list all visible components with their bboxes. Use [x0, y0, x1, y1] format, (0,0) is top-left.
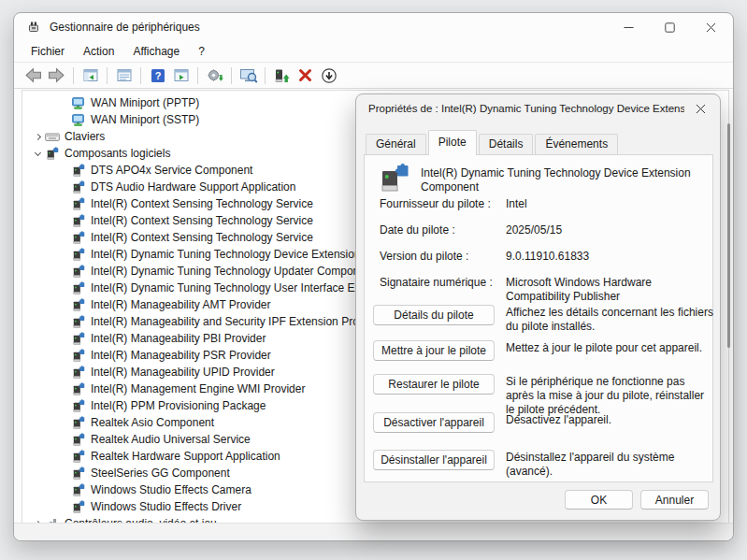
dialog-titlebar: Propriétés de : Intel(R) Dynamic Tuning …: [356, 94, 720, 122]
menu-item[interactable]: ?: [189, 42, 214, 61]
expander-slot: [30, 499, 45, 514]
help-icon: ?: [150, 67, 166, 84]
software-component-icon: [71, 399, 86, 413]
device-manager-icon: [26, 20, 41, 35]
disable-device-button[interactable]: Désactiver l'appareil: [373, 412, 495, 433]
tree-item-label: Intel(R) Manageability AMT Provider: [91, 298, 271, 311]
tree-item-label: Realtek Asio Component: [91, 416, 214, 429]
expand-chevron-icon[interactable]: [34, 133, 40, 139]
export-list-button[interactable]: [170, 65, 192, 86]
expander-slot: [30, 196, 45, 211]
expander-slot: [30, 247, 45, 262]
menu-item[interactable]: Action: [74, 42, 123, 61]
field-value: Intel: [506, 197, 710, 223]
tree-item-label: Claviers: [65, 130, 105, 143]
software-component-icon: [71, 382, 86, 396]
driver-software-button[interactable]: [271, 65, 293, 86]
tree-item-label: Intel(R) Context Sensing Technology Serv…: [91, 214, 313, 227]
expander-slot: [30, 466, 45, 481]
close-button[interactable]: [690, 13, 731, 41]
driver-field: Signataire numérique :Microsoft Windows …: [380, 276, 710, 302]
console-tree-button[interactable]: [79, 65, 101, 86]
expander-slot: [30, 213, 45, 228]
field-label: Version du pilote :: [380, 250, 506, 276]
field-label: Date du pilote :: [380, 223, 506, 250]
disable-icon: [321, 67, 338, 84]
dialog-tabs: GénéralPiloteDétailsÉvénements: [366, 129, 620, 154]
device-header: Intel(R) Dynamic Tuning Technology Devic…: [378, 164, 707, 195]
scan-hardware-changes-button[interactable]: [237, 65, 259, 86]
tab-pilote[interactable]: Pilote: [428, 130, 477, 155]
toolbar-separator: [231, 67, 232, 84]
network-adapter-icon: [71, 96, 86, 110]
field-value: Microsoft Windows Hardware Compatibility…: [506, 276, 710, 302]
update-driver-button[interactable]: Mettre à jour le pilote: [373, 340, 495, 361]
field-value: 9.0.11910.61833: [506, 250, 710, 276]
close-icon: [706, 22, 716, 33]
toolbar-separator: [197, 67, 198, 84]
driver-details-button[interactable]: Détails du pilote: [373, 305, 495, 325]
expander-slot: [30, 331, 45, 346]
expander-slot: [30, 449, 45, 464]
tree-item-label: Windows Studio Effects Driver: [91, 500, 241, 513]
disable-button[interactable]: [318, 65, 339, 86]
tree-scrollbar-thumb[interactable]: [727, 123, 730, 348]
expander-slot: [30, 381, 45, 396]
tree-item-label: Realtek Audio Universal Service: [91, 433, 251, 446]
uninstall-device-button[interactable]: Désinstaller l'appareil: [373, 450, 495, 470]
tab-general[interactable]: Général: [366, 134, 426, 154]
action-description: Affichez les détails concernant les fich…: [506, 306, 713, 334]
driver-field: Date du pilote :2025/05/15: [380, 223, 710, 250]
tree-item-label: Composants logiciels: [65, 147, 170, 160]
field-label: Fournisseur du pilote :: [380, 197, 506, 223]
tree-item-label: Intel(R) Management Engine WMI Provider: [91, 382, 305, 395]
software-component-icon: [71, 281, 86, 295]
software-component-icon: [71, 416, 86, 430]
maximize-button[interactable]: [649, 13, 690, 41]
ok-button[interactable]: OK: [565, 490, 633, 510]
back-button[interactable]: [22, 65, 44, 86]
menu-item[interactable]: Affichage: [123, 42, 189, 61]
action-description: Mettez à jour le pilote pour cet apparei…: [506, 341, 713, 355]
minimize-button[interactable]: [608, 13, 649, 41]
menu-bar: FichierActionAffichage?: [14, 41, 733, 63]
tree-item-label: Intel(R) Manageability PBI Provider: [91, 332, 266, 345]
dialog-close-button[interactable]: [684, 96, 716, 121]
action-description: Désinstallez l'appareil du système (avan…: [506, 451, 713, 479]
svg-text:?: ?: [154, 70, 161, 81]
window-controls: [608, 13, 731, 41]
tab-evenements[interactable]: Événements: [535, 134, 618, 154]
properties-button[interactable]: [113, 65, 135, 86]
cancel-button[interactable]: Annuler: [640, 490, 709, 510]
expander-slot: [30, 415, 45, 430]
tree-item-label: Intel(R) Dynamic Tuning Technology User …: [91, 281, 396, 294]
uninstall-button[interactable]: [294, 65, 316, 86]
tree-item-label: Intel(R) Manageability PSR Provider: [91, 349, 271, 362]
tree-item-label: DTS Audio Hardware Support Application: [91, 180, 295, 194]
expander-slot: [30, 179, 45, 194]
toolbar: ?: [14, 63, 733, 89]
software-component-icon: [71, 197, 86, 211]
update-driver-button[interactable]: [204, 65, 225, 86]
forward-icon: [48, 66, 65, 84]
expander-slot: [30, 365, 45, 380]
expander-slot: [30, 482, 45, 497]
expander-slot: [30, 95, 45, 110]
tab-details[interactable]: Détails: [479, 134, 534, 154]
collapse-chevron-icon[interactable]: [34, 149, 40, 155]
driver-tab-page: Intel(R) Dynamic Tuning Technology Devic…: [364, 154, 713, 482]
software-component-icon: [71, 180, 86, 194]
software-component-icon: [71, 214, 86, 228]
tree-item-label: WAN Miniport (SSTP): [91, 113, 199, 126]
export-list-icon: [173, 67, 190, 84]
software-component-icon: [71, 467, 86, 481]
console-tree-icon: [82, 67, 99, 84]
menu-item[interactable]: Fichier: [22, 42, 74, 61]
window-footer: [14, 523, 733, 540]
help-button[interactable]: ?: [147, 65, 168, 86]
tree-item-label: Intel(R) Dynamic Tuning Technology Updat…: [91, 265, 375, 278]
roll-back-driver-button[interactable]: Restaurer le pilote: [373, 374, 495, 395]
field-label: Signataire numérique :: [380, 276, 506, 302]
tree-item-label: Intel(R) PPM Provisioning Package: [91, 399, 266, 412]
forward-button[interactable]: [46, 65, 67, 86]
